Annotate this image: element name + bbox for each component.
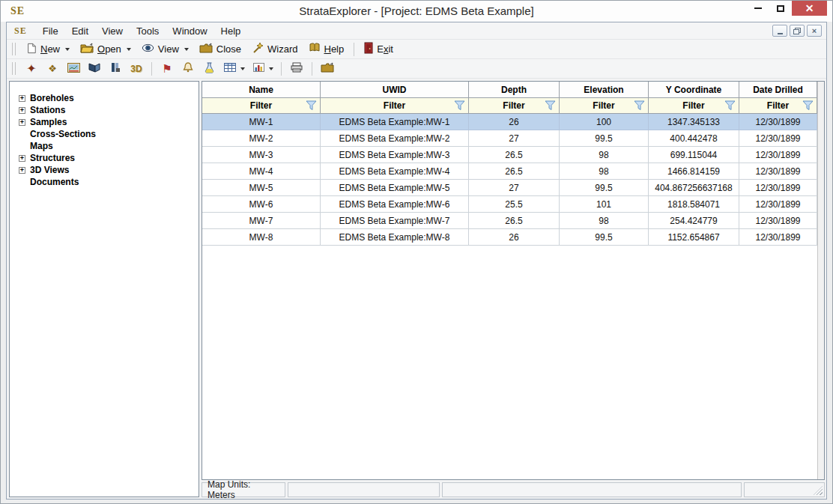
table-cell[interactable]: MW-3 — [202, 147, 321, 163]
table-cell[interactable]: 699.115044 — [649, 147, 739, 163]
table-cell[interactable]: 1466.814159 — [649, 163, 739, 180]
expand-plus-icon[interactable]: + — [19, 119, 25, 126]
table-cell[interactable]: 99.5 — [560, 229, 649, 246]
tree-item-structures[interactable]: +Structures — [10, 152, 199, 164]
close-button[interactable]: ✕ — [792, 1, 827, 16]
filter-funnel-icon[interactable] — [802, 100, 814, 111]
close-project-button[interactable]: Close — [194, 41, 246, 57]
lab-samples-button[interactable] — [199, 61, 219, 77]
resize-grip[interactable] — [814, 486, 823, 495]
table-cell[interactable]: 404.867256637168 — [649, 180, 739, 196]
expand-plus-icon[interactable]: + — [19, 155, 25, 162]
table-cell[interactable]: 26 — [469, 114, 560, 130]
tree-item-3d-views[interactable]: +3D Views — [10, 164, 199, 176]
print-button[interactable] — [286, 61, 307, 77]
borehole-log-button[interactable] — [105, 61, 126, 77]
expand-plus-icon[interactable]: + — [19, 167, 25, 174]
menu-item-edit[interactable]: Edit — [65, 23, 95, 39]
table-cell[interactable]: 1347.345133 — [649, 114, 739, 130]
column-header-name[interactable]: Name — [202, 82, 321, 98]
table-cell[interactable]: MW-7 — [202, 213, 321, 229]
table-cell[interactable]: EDMS Beta Example:MW-5 — [321, 180, 469, 196]
table-row-mw-2[interactable]: MW-2EDMS Beta Example:MW-22799.5400.4424… — [202, 130, 817, 147]
table-cell[interactable]: 254.424779 — [649, 213, 739, 229]
filter-cell-y-coordinate[interactable]: Filter — [649, 98, 739, 114]
mdi-restore-button[interactable] — [790, 25, 805, 37]
menu-item-tools[interactable]: Tools — [130, 23, 166, 39]
open-button[interactable]: Open — [75, 41, 136, 57]
table-cell[interactable]: MW-1 — [202, 114, 321, 130]
table-row-mw-4[interactable]: MW-4EDMS Beta Example:MW-426.5981466.814… — [202, 163, 817, 180]
tree-item-stations[interactable]: +Stations — [10, 104, 199, 116]
filter-cell-depth[interactable]: Filter — [469, 98, 560, 114]
table-cell[interactable]: EDMS Beta Example:MW-3 — [321, 147, 469, 163]
toolbar-grip[interactable] — [12, 43, 16, 55]
borehole-star-button[interactable]: ✦ — [21, 61, 42, 77]
new-button[interactable]: New — [21, 41, 75, 58]
table-cell[interactable]: EDMS Beta Example:MW-6 — [321, 196, 469, 213]
map-button[interactable] — [63, 61, 84, 77]
filter-funnel-icon[interactable] — [634, 100, 645, 111]
table-cell[interactable]: 12/30/1899 — [739, 114, 817, 130]
data-table-button[interactable] — [219, 61, 240, 77]
table-row-mw-7[interactable]: MW-7EDMS Beta Example:MW-726.598254.4247… — [202, 213, 817, 229]
table-cell[interactable]: EDMS Beta Example:MW-2 — [321, 130, 469, 147]
table-row-mw-6[interactable]: MW-6EDMS Beta Example:MW-625.51011818.58… — [202, 196, 817, 213]
column-header-depth[interactable]: Depth — [469, 82, 560, 98]
filter-cell-uwid[interactable]: Filter — [321, 98, 469, 114]
table-cell[interactable]: 26.5 — [469, 147, 560, 163]
chevron-down-icon[interactable] — [240, 67, 245, 70]
table-cell[interactable]: MW-6 — [202, 196, 321, 213]
table-cell[interactable]: MW-5 — [202, 180, 321, 196]
table-cell[interactable]: EDMS Beta Example:MW-7 — [321, 213, 469, 229]
tree-item-cross-sections[interactable]: Cross-Sections — [10, 128, 199, 140]
cross-section-button[interactable] — [84, 61, 105, 77]
flag-button[interactable]: ⚑ — [157, 61, 178, 77]
table-cell[interactable]: 12/30/1899 — [739, 130, 817, 147]
table-cell[interactable]: 12/30/1899 — [739, 196, 817, 213]
tree-item-documents[interactable]: Documents — [10, 176, 199, 188]
filter-cell-elevation[interactable]: Filter — [560, 98, 649, 114]
table-cell[interactable]: 98 — [560, 147, 649, 163]
3d-view-button[interactable]: 3D — [126, 61, 147, 77]
menu-item-file[interactable]: File — [36, 23, 65, 39]
toolbar-grip[interactable] — [12, 62, 16, 75]
table-cell[interactable]: EDMS Beta Example:MW-8 — [321, 229, 469, 246]
alarm-button[interactable] — [178, 61, 199, 77]
table-cell[interactable]: 100 — [560, 114, 649, 130]
expand-plus-icon[interactable]: + — [19, 107, 25, 114]
filter-funnel-icon[interactable] — [724, 100, 736, 111]
table-cell[interactable]: 26 — [469, 229, 560, 246]
menu-item-help[interactable]: Help — [214, 23, 248, 39]
table-cell[interactable]: 26.5 — [469, 163, 560, 180]
chevron-down-icon[interactable] — [184, 48, 189, 51]
table-row-mw-3[interactable]: MW-3EDMS Beta Example:MW-326.598699.1150… — [202, 147, 817, 163]
table-cell[interactable]: 101 — [560, 196, 649, 213]
expand-plus-icon[interactable]: + — [19, 95, 25, 102]
column-header-elevation[interactable]: Elevation — [560, 82, 649, 98]
column-header-uwid[interactable]: UWID — [321, 82, 469, 98]
table-cell[interactable]: 26.5 — [469, 213, 560, 229]
tree-item-maps[interactable]: Maps — [10, 140, 199, 152]
help-button[interactable]: Help — [303, 41, 350, 57]
table-cell[interactable]: 400.442478 — [649, 130, 739, 147]
table-cell[interactable]: 12/30/1899 — [739, 213, 817, 229]
table-cell[interactable]: MW-4 — [202, 163, 321, 180]
table-cell[interactable]: 25.5 — [469, 196, 560, 213]
table-row-mw-5[interactable]: MW-5EDMS Beta Example:MW-52799.5404.8672… — [202, 180, 817, 196]
table-row-mw-1[interactable]: MW-1EDMS Beta Example:MW-1261001347.3451… — [202, 114, 817, 130]
table-cell[interactable]: EDMS Beta Example:MW-4 — [321, 163, 469, 180]
table-cell[interactable]: 12/30/1899 — [739, 163, 817, 180]
chevron-down-icon[interactable] — [65, 48, 70, 51]
mdi-close-button[interactable]: × — [807, 25, 822, 37]
wizard-button[interactable]: Wizard — [246, 40, 303, 58]
view-button[interactable]: View — [136, 42, 194, 56]
table-cell[interactable]: 1152.654867 — [649, 229, 739, 246]
filter-funnel-icon[interactable] — [306, 100, 317, 111]
chart-button[interactable] — [248, 61, 269, 77]
filter-funnel-icon[interactable] — [454, 100, 465, 111]
table-cell[interactable]: MW-2 — [202, 130, 321, 147]
menu-item-view[interactable]: View — [95, 23, 130, 39]
table-cell[interactable]: 1818.584071 — [649, 196, 739, 213]
filter-cell-date-drilled[interactable]: Filter — [739, 98, 817, 114]
